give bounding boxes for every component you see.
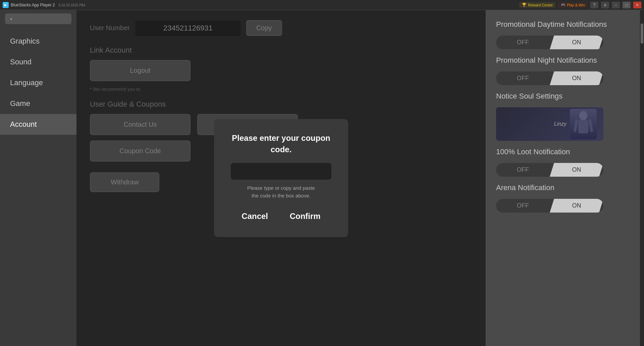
sidebar-item-account[interactable]: Account: [0, 114, 76, 135]
promo-night-toggle[interactable]: OFF ON: [496, 71, 603, 85]
arena-notif-toggle[interactable]: OFF ON: [496, 199, 603, 213]
modal-title: Please enter your coupon code.: [231, 132, 331, 155]
promo-day-off[interactable]: OFF: [496, 36, 550, 49]
right-panel: Promotional Daytime Notifications OFF ON…: [486, 10, 640, 346]
promo-day-title: Promotional Daytime Notifications: [496, 20, 630, 29]
soul-character-image: [570, 109, 597, 139]
app-title: BlueStacks App Player 2 5.10.10.1015 P64: [11, 3, 519, 7]
coupon-modal: Please enter your coupon code. Please ty…: [214, 119, 348, 237]
coupon-input[interactable]: [231, 163, 331, 180]
notice-soul-title: Notice Soul Settings: [496, 92, 630, 101]
settings-button[interactable]: ≡: [601, 2, 609, 8]
sidebar: ‹ Graphics Sound Language Game Account: [0, 10, 76, 346]
help-button[interactable]: ?: [590, 2, 598, 8]
title-bar-controls: 🏆 Reward Center 🎮 Play & Win ? ≡ − □ ✕: [519, 2, 641, 8]
sidebar-item-sound[interactable]: Sound: [0, 52, 76, 72]
app-icon: ▶: [3, 2, 9, 8]
sidebar-item-graphics[interactable]: Graphics: [0, 31, 76, 52]
play-icon: 🎮: [561, 3, 566, 7]
scrollbar[interactable]: [640, 10, 644, 346]
promo-night-off[interactable]: OFF: [496, 71, 550, 85]
soul-image[interactable]: Linzy: [496, 107, 603, 141]
main-layout: ‹ Graphics Sound Language Game Account U…: [0, 10, 644, 346]
modal-hint: Please type or copy and pastethe code in…: [247, 184, 315, 199]
soul-character-name: Linzy: [554, 121, 567, 127]
svg-point-0: [579, 111, 587, 120]
sidebar-item-language[interactable]: Language: [0, 72, 76, 93]
promo-night-on[interactable]: ON: [550, 71, 603, 85]
svg-line-3: [590, 121, 592, 131]
reward-center-btn[interactable]: 🏆 Reward Center: [519, 2, 555, 8]
arena-notif-title: Arena Notification: [496, 183, 630, 192]
loot-notif-title: 100% Loot Notification: [496, 148, 630, 156]
promo-night-title: Promotional Night Notifications: [496, 56, 630, 65]
back-button[interactable]: ‹: [5, 13, 71, 24]
svg-line-2: [575, 121, 577, 131]
promo-day-on[interactable]: ON: [550, 36, 603, 49]
trophy-icon: 🏆: [522, 3, 527, 7]
loot-notif-toggle[interactable]: OFF ON: [496, 163, 603, 177]
maximize-button[interactable]: □: [623, 2, 631, 8]
close-button[interactable]: ✕: [633, 2, 641, 8]
loot-notif-off[interactable]: OFF: [496, 163, 550, 177]
content-area: User Number Copy Link Account Logout * W…: [76, 10, 486, 346]
play-win-btn[interactable]: 🎮 Play & Win: [558, 2, 588, 8]
sidebar-item-game[interactable]: Game: [0, 93, 76, 114]
arena-notif-off[interactable]: OFF: [496, 199, 550, 213]
confirm-button[interactable]: Confirm: [283, 209, 327, 224]
scrollbar-thumb[interactable]: [641, 23, 643, 44]
arena-notif-on[interactable]: ON: [550, 199, 603, 213]
title-bar: ▶ BlueStacks App Player 2 5.10.10.1015 P…: [0, 0, 644, 10]
loot-notif-on[interactable]: ON: [550, 163, 603, 177]
cancel-button[interactable]: Cancel: [235, 209, 275, 224]
promo-day-toggle[interactable]: OFF ON: [496, 36, 603, 49]
minimize-button[interactable]: −: [612, 2, 620, 8]
back-icon: ‹: [10, 16, 12, 21]
svg-rect-1: [578, 120, 588, 133]
modal-buttons: Cancel Confirm: [231, 209, 331, 224]
